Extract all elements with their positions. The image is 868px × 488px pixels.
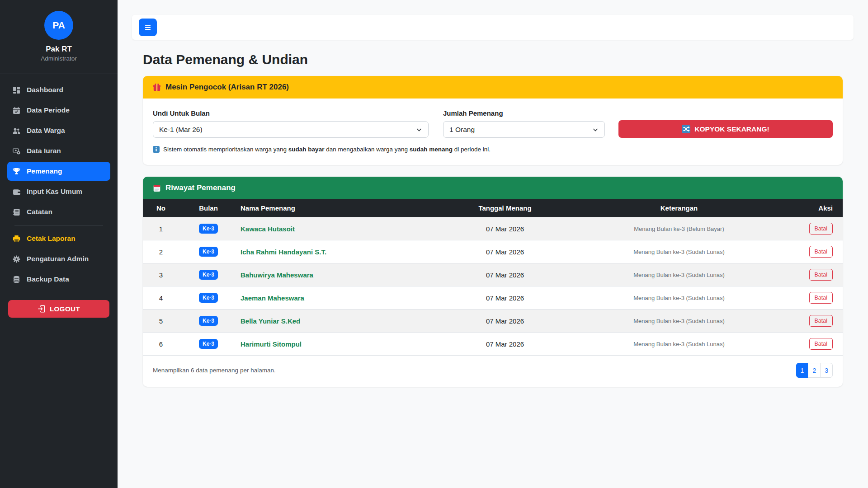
table-row: 2 Ke-3 Icha Rahmi Handayani S.T. 07 Mar … xyxy=(143,240,843,263)
table-footer: Menampilkan 6 data pemenang per halaman.… xyxy=(143,355,843,387)
winner-name-link[interactable]: Kawaca Hutasoit xyxy=(241,225,295,233)
column-header-aksi: Aksi xyxy=(781,199,843,217)
logout-label: LOGOUT xyxy=(50,305,80,313)
winner-name-link[interactable]: Icha Rahmi Handayani S.T. xyxy=(241,248,326,256)
column-header-tanggal: Tanggal Menang xyxy=(433,199,577,217)
journal-icon xyxy=(13,208,20,216)
winner-name-link[interactable]: Harimurti Sitompul xyxy=(241,340,302,348)
table-header-row: No Bulan Nama Pemenang Tanggal Menang Ke… xyxy=(143,199,843,217)
printer-icon xyxy=(13,235,20,243)
sidebar-item-input-kas-umum[interactable]: Input Kas Umum xyxy=(7,182,110,201)
row-number: 2 xyxy=(143,240,179,263)
month-select-value: Ke-1 (Mar 26) xyxy=(159,126,203,134)
sidebar-item-label: Backup Data xyxy=(27,275,69,283)
sidebar-item-backup-data[interactable]: Backup Data xyxy=(7,270,110,289)
sidebar-item-label: Input Kas Umum xyxy=(27,188,82,196)
sidebar-item-label: Dashboard xyxy=(27,86,63,94)
logout-button[interactable]: LOGOUT xyxy=(8,300,109,318)
table-row: 4 Ke-3 Jaeman Maheswara 07 Mar 2026 Mena… xyxy=(143,286,843,310)
pagination: 1 2 3 xyxy=(796,363,833,378)
page-button-3[interactable]: 3 xyxy=(820,363,833,378)
shuffler-card: Mesin Pengocok (Arisan RT 2026) Undi Unt… xyxy=(143,76,843,165)
database-icon xyxy=(13,276,20,283)
month-badge: Ke-3 xyxy=(199,316,218,326)
sidebar-item-cetak-laporan[interactable]: Cetak Laporan xyxy=(7,229,110,248)
winner-name-link[interactable]: Jaeman Maheswara xyxy=(241,294,304,302)
sidebar-nav: Dashboard Data Periode Data Warga Data I… xyxy=(0,74,118,290)
page-button-2[interactable]: 2 xyxy=(808,363,821,378)
shuffler-card-title: Mesin Pengocok (Arisan RT 2026) xyxy=(165,83,289,92)
cancel-button[interactable]: Batal xyxy=(809,246,833,258)
column-header-nama: Nama Pemenang xyxy=(238,199,433,217)
month-select-label: Undi Untuk Bulan xyxy=(153,109,429,117)
table-row: 1 Ke-3 Kawaca Hutasoit 07 Mar 2026 Menan… xyxy=(143,217,843,240)
draw-now-button[interactable]: KOPYOK SEKARANG! xyxy=(618,120,833,138)
sidebar-item-catatan[interactable]: Catatan xyxy=(7,202,110,221)
sidebar-item-label: Pengaturan Admin xyxy=(27,255,89,263)
shuffler-card-header: Mesin Pengocok (Arisan RT 2026) xyxy=(143,76,843,99)
sidebar-item-pengaturan-admin[interactable]: Pengaturan Admin xyxy=(7,249,110,268)
info-note: Sistem otomatis memprioritaskan warga ya… xyxy=(153,146,833,153)
row-number: 1 xyxy=(143,217,179,240)
row-number: 4 xyxy=(143,286,179,310)
winner-name-link[interactable]: Bella Yuniar S.Ked xyxy=(241,317,300,325)
cancel-button[interactable]: Batal xyxy=(809,269,833,281)
count-select[interactable]: 1 Orang xyxy=(443,121,605,138)
avatar-initials: PA xyxy=(52,20,65,31)
sidebar-item-data-warga[interactable]: Data Warga xyxy=(7,121,110,140)
win-date: 07 Mar 2026 xyxy=(433,263,577,286)
win-note: Menang Bulan ke-3 (Sudah Lunas) xyxy=(577,263,781,286)
grid-icon xyxy=(13,86,20,94)
month-badge: Ke-3 xyxy=(199,339,218,349)
user-name: Pak RT xyxy=(5,45,113,54)
win-date: 07 Mar 2026 xyxy=(433,240,577,263)
sidebar-item-label: Data Warga xyxy=(27,127,65,135)
sidebar-item-data-iuran[interactable]: Data Iuran xyxy=(7,141,110,160)
hamburger-icon xyxy=(144,23,152,32)
user-role: Administrator xyxy=(5,55,113,62)
avatar: PA xyxy=(44,11,73,40)
month-select[interactable]: Ke-1 (Mar 26) xyxy=(153,121,429,138)
winners-card-header: Riwayat Pemenang xyxy=(143,177,843,199)
table-row: 3 Ke-3 Bahuwirya Maheswara 07 Mar 2026 M… xyxy=(143,263,843,286)
page-button-1[interactable]: 1 xyxy=(796,363,809,378)
sidebar-divider xyxy=(14,225,103,225)
win-date: 07 Mar 2026 xyxy=(433,310,577,333)
sidebar-item-label: Pemenang xyxy=(27,167,62,175)
chevron-down-icon xyxy=(415,126,423,133)
win-date: 07 Mar 2026 xyxy=(433,286,577,310)
cancel-button[interactable]: Batal xyxy=(809,315,833,327)
table-row: 6 Ke-3 Harimurti Sitompul 07 Mar 2026 Me… xyxy=(143,333,843,356)
winners-card: Riwayat Pemenang No Bulan Nama Pemenang … xyxy=(143,177,843,387)
cash-coin-icon xyxy=(13,147,20,155)
info-icon xyxy=(153,146,160,153)
month-badge: Ke-3 xyxy=(199,247,218,257)
column-header-no: No xyxy=(143,199,179,217)
cancel-button[interactable]: Batal xyxy=(809,223,833,235)
win-note: Menang Bulan ke-3 (Sudah Lunas) xyxy=(577,286,781,310)
cancel-button[interactable]: Batal xyxy=(809,338,833,350)
win-note: Menang Bulan ke-3 (Sudah Lunas) xyxy=(577,333,781,356)
cancel-button[interactable]: Batal xyxy=(809,292,833,304)
sidebar-toggle-button[interactable] xyxy=(139,19,157,36)
sidebar-item-pemenang[interactable]: Pemenang xyxy=(7,162,110,181)
winners-card-title: Riwayat Pemenang xyxy=(165,183,236,192)
page-title: Data Pemenang & Undian xyxy=(143,52,843,67)
win-date: 07 Mar 2026 xyxy=(433,333,577,356)
chevron-down-icon xyxy=(592,126,599,133)
count-select-value: 1 Orang xyxy=(449,126,475,134)
rows-per-page-text: Menampilkan 6 data pemenang per halaman. xyxy=(153,367,276,374)
sidebar-item-label: Data Periode xyxy=(27,106,70,114)
profile-section: PA Pak RT Administrator xyxy=(0,0,118,74)
sidebar-item-label: Catatan xyxy=(27,208,52,216)
trophy-icon xyxy=(13,168,20,175)
count-select-label: Jumlah Pemenang xyxy=(443,109,605,117)
sidebar-item-data-periode[interactable]: Data Periode xyxy=(7,101,110,120)
winner-name-link[interactable]: Bahuwirya Maheswara xyxy=(241,271,313,279)
topbar xyxy=(132,15,854,40)
win-note: Menang Bulan ke-3 (Sudah Lunas) xyxy=(577,240,781,263)
month-badge: Ke-3 xyxy=(199,224,218,234)
gift-icon xyxy=(153,83,161,91)
sidebar-item-dashboard[interactable]: Dashboard xyxy=(7,80,110,99)
month-badge: Ke-3 xyxy=(199,293,218,303)
